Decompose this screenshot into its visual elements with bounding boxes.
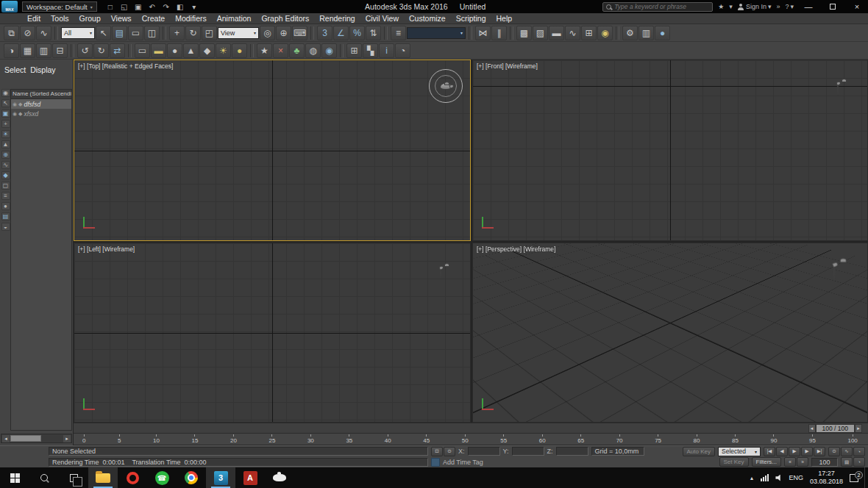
- rectangular-selection-region-icon[interactable]: ▭: [128, 26, 143, 40]
- language-indicator[interactable]: ENG: [789, 474, 803, 481]
- scrollbar-thumb[interactable]: [10, 435, 41, 442]
- toggle-layer-explorer-icon[interactable]: ▨: [533, 26, 548, 40]
- go-to-start-button[interactable]: |◀: [764, 447, 775, 456]
- start-button[interactable]: [0, 467, 29, 488]
- taskbar-teapot-app[interactable]: [265, 467, 294, 488]
- add-time-tag-label[interactable]: Add Time Tag: [443, 459, 483, 466]
- toolbar-separator[interactable]: [469, 26, 472, 40]
- current-frame-field[interactable]: 100: [811, 458, 838, 467]
- show-desktop-button[interactable]: [864, 467, 868, 488]
- list-view-icon[interactable]: ▤: [1, 212, 10, 220]
- time-configuration-icon[interactable]: ◔: [853, 447, 865, 456]
- previous-frame-button[interactable]: ◀: [776, 447, 788, 456]
- time-configuration-icon[interactable]: ◔: [853, 457, 865, 467]
- time-slider-thumb[interactable]: ◂ 100 / 100 ▸: [808, 424, 862, 433]
- time-tag-icon[interactable]: [431, 458, 440, 467]
- taskbar-chrome[interactable]: [177, 467, 206, 488]
- curve-editor-icon[interactable]: ∿: [565, 26, 580, 40]
- workspace-dropdown[interactable]: Workspace: Default ▾: [22, 1, 97, 12]
- viewport-left[interactable]: [+] [Left] [Wireframe]: [74, 243, 471, 423]
- viewport-label[interactable]: [+] [Top] [Realistic + Edged Faces]: [78, 62, 173, 70]
- new-scene-icon[interactable]: □: [104, 1, 116, 12]
- camera-filter-icon[interactable]: ▲: [1, 140, 10, 148]
- rotate-gizmo[interactable]: [429, 69, 463, 103]
- toolbar-separator[interactable]: [250, 44, 254, 57]
- track-bar-ruler[interactable]: 0510152025303540455055606570758085909510…: [74, 434, 868, 445]
- isolate-selection-toggle-icon[interactable]: ⊡: [431, 447, 443, 456]
- cone-primitive-icon[interactable]: ▲: [183, 43, 199, 58]
- geosphere-primitive-icon[interactable]: ●: [232, 43, 247, 58]
- menu-graph-editors[interactable]: Graph Editors: [256, 13, 314, 24]
- viewport-layout-icon[interactable]: ▦: [20, 43, 35, 58]
- select-object-icon[interactable]: ↖: [96, 26, 111, 40]
- toolbar-separator[interactable]: [54, 26, 58, 40]
- select-and-move-icon[interactable]: +: [169, 26, 185, 40]
- snaps-toggle-3d-icon[interactable]: 3: [317, 26, 332, 40]
- z-coordinate-field[interactable]: [556, 447, 588, 456]
- viewport-front[interactable]: [+] [Front] [Wireframe]: [472, 60, 868, 241]
- key-filter-icon[interactable]: ⊙: [828, 447, 840, 456]
- taskbar-opera[interactable]: [118, 467, 147, 488]
- teapot-object[interactable]: [837, 81, 839, 94]
- plane-primitive-icon[interactable]: ▭: [135, 43, 150, 58]
- open-mini-listener-icon[interactable]: ▤: [841, 457, 853, 467]
- teapot-object[interactable]: [440, 265, 441, 279]
- schematic-view-icon[interactable]: ⊞: [581, 26, 597, 40]
- project-folder-icon[interactable]: ◧: [174, 1, 186, 12]
- menu-rendering[interactable]: Rendering: [314, 13, 360, 24]
- sphere-shade-icon[interactable]: ◑: [4, 43, 19, 58]
- blue-sphere-icon[interactable]: ◉: [321, 43, 337, 58]
- close-button[interactable]: ×: [847, 0, 867, 13]
- list-item[interactable]: ◉ ◆ dfsfsd: [11, 99, 71, 109]
- orbit-ccw-icon[interactable]: ↺: [77, 43, 93, 58]
- sphere-primitive-icon[interactable]: ●: [167, 43, 182, 58]
- key-filter-dropdown[interactable]: Selected: [718, 447, 761, 456]
- info-icon[interactable]: i: [379, 43, 394, 58]
- sign-in-button[interactable]: Sign In ▾: [738, 3, 772, 10]
- reference-coordinate-dropdown[interactable]: View: [218, 27, 259, 39]
- next-frame-arrow-icon[interactable]: ▸: [855, 424, 862, 433]
- y-coordinate-field[interactable]: [512, 447, 544, 456]
- help-menu-button[interactable]: ? ▾: [785, 3, 794, 10]
- align-icon[interactable]: ∥: [491, 26, 507, 40]
- viewport-perspective[interactable]: [+] [Perspective] [Wireframe]: [472, 243, 868, 423]
- select-cursor-icon[interactable]: ↖: [1, 99, 10, 107]
- viewport-label[interactable]: [+] [Perspective] [Wireframe]: [477, 245, 555, 253]
- taskbar-autodesk-app[interactable]: A: [235, 467, 265, 488]
- selection-filter-dropdown[interactable]: All: [61, 27, 95, 39]
- spreadsheet-icon[interactable]: ▥: [36, 43, 51, 58]
- max-app-icon[interactable]: MAX: [1, 1, 18, 12]
- mini-curve-editor-icon[interactable]: ∿: [841, 447, 853, 456]
- undo-icon[interactable]: ↶: [146, 1, 158, 12]
- task-view-button[interactable]: [59, 467, 88, 488]
- edit-named-selection-sets-icon[interactable]: ≡: [391, 26, 406, 40]
- checker-icon[interactable]: ▚: [363, 43, 378, 58]
- next-key-button[interactable]: »: [797, 457, 808, 467]
- save-file-icon[interactable]: ▣: [132, 1, 144, 12]
- favorites-star-icon[interactable]: ★: [718, 3, 724, 10]
- geometry-filter-icon[interactable]: ▣: [1, 110, 10, 118]
- shape-filter-icon[interactable]: +: [1, 120, 10, 128]
- visibility-icon[interactable]: ◉: [13, 101, 17, 107]
- time-icon[interactable]: ◔: [395, 43, 410, 58]
- viewport-label[interactable]: [+] [Front] [Wireframe]: [477, 62, 538, 70]
- spinner-snap-toggle-icon[interactable]: ⇅: [366, 26, 381, 40]
- menu-help[interactable]: Help: [491, 13, 517, 24]
- window-crossing-toggle-icon[interactable]: ◫: [144, 26, 160, 40]
- menu-group[interactable]: Group: [74, 13, 106, 24]
- volume-icon[interactable]: [775, 475, 782, 481]
- orbit-cw-icon[interactable]: ↻: [93, 43, 109, 58]
- menu-views[interactable]: Views: [106, 13, 137, 24]
- taskbar-clock[interactable]: 17:27 03.08.2018: [810, 470, 843, 486]
- taskbar-whatsapp[interactable]: ☎: [147, 467, 177, 488]
- select-and-link-icon[interactable]: ⧉: [4, 26, 19, 40]
- keyboard-shortcut-override-icon[interactable]: ⌨: [292, 26, 307, 40]
- lock-selection-icon[interactable]: ≡: [1, 192, 10, 200]
- pan-view-icon[interactable]: ⇄: [110, 43, 125, 58]
- explorer-horizontal-scrollbar[interactable]: ◂ ▸: [1, 434, 72, 443]
- help-search-box[interactable]: [602, 2, 713, 12]
- render-production-icon[interactable]: ●: [655, 26, 670, 40]
- material-editor-icon[interactable]: ◉: [597, 26, 613, 40]
- use-pivot-point-center-icon[interactable]: ◎: [260, 26, 275, 40]
- visibility-icon[interactable]: ◉: [13, 111, 17, 117]
